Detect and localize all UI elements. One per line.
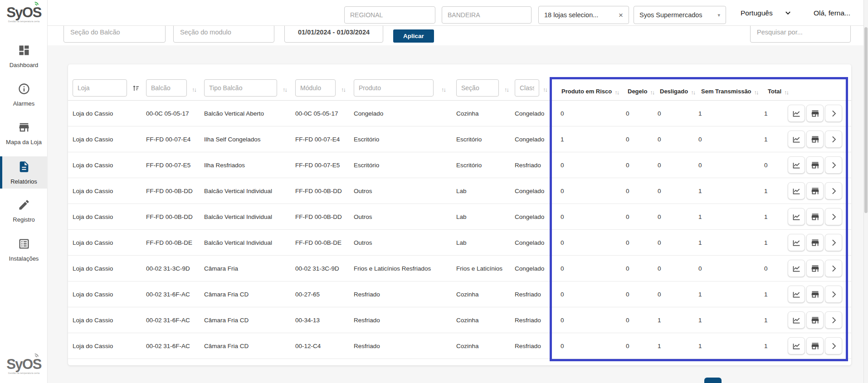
cell-loja: Loja do Cassio (73, 343, 113, 349)
cell-sem-transmissao: 1 (698, 239, 702, 246)
cell-modulo: 00-02 31-3C-9D (295, 265, 339, 272)
cell-total: 1 (764, 188, 768, 194)
row-chart-button[interactable] (788, 286, 805, 303)
row-store-button[interactable] (806, 105, 824, 122)
row-store-button[interactable] (806, 286, 824, 303)
column-header-desligado[interactable]: Desligado↑↓ (660, 88, 695, 96)
sort-arrows-icon[interactable]: ↑↓ (192, 86, 196, 93)
cell-produto: Escritório (354, 136, 379, 143)
column-filter-input-classe[interactable] (515, 79, 539, 97)
language-select[interactable]: Português (741, 0, 791, 26)
row-store-button[interactable] (806, 311, 824, 329)
storefront-icon (810, 212, 820, 222)
cell-degelo: 0 (626, 239, 629, 246)
column-filter-tipo_balcao (204, 79, 277, 97)
cell-degelo: 0 (626, 265, 629, 272)
row-store-button[interactable] (806, 337, 824, 354)
row-chart-button[interactable] (788, 131, 805, 148)
vertical-scrollbar[interactable] (863, 0, 868, 383)
cell-modulo: FF-FD 00-0B-DD (295, 188, 342, 194)
line-chart-icon (792, 135, 801, 144)
row-expand-button[interactable] (825, 234, 842, 251)
cell-tipo-balcao: Câmara Fria CD (204, 317, 249, 324)
sidebar-item-relatorios[interactable]: Relatórios (0, 156, 48, 189)
cell-balcao: FF-FD 00-0B-DD (146, 213, 193, 220)
row-store-button[interactable] (806, 260, 824, 277)
row-store-button[interactable] (806, 182, 824, 199)
column-filter-input-tipo_balcao[interactable] (204, 79, 277, 97)
row-chart-button[interactable] (788, 208, 805, 225)
row-expand-button[interactable] (825, 286, 842, 303)
chevron-right-icon (829, 186, 839, 196)
row-expand-button[interactable] (825, 182, 842, 199)
row-expand-button[interactable] (825, 105, 842, 122)
sidebar-item-registro[interactable]: Registro (0, 198, 48, 227)
column-filter-input-secao[interactable] (456, 79, 499, 97)
row-chart-button[interactable] (788, 156, 805, 174)
bandeira-input[interactable] (442, 6, 532, 24)
cell-sem-transmissao: 1 (698, 213, 702, 220)
chevron-right-icon (829, 315, 839, 325)
row-expand-button[interactable] (825, 156, 842, 174)
row-expand-button[interactable] (825, 337, 842, 354)
sort-arrows-icon[interactable]: ↑↓ (504, 86, 508, 93)
column-header-produto_em_risco[interactable]: Produto em Risco↑↓ (561, 88, 619, 96)
dashboard-icon (18, 44, 30, 58)
sort-arrows-icon[interactable]: ↑↓ (543, 86, 547, 93)
row-store-button[interactable] (806, 131, 824, 148)
row-chart-button[interactable] (788, 311, 805, 329)
row-expand-button[interactable] (825, 208, 842, 225)
row-store-button[interactable] (806, 156, 824, 174)
line-chart-icon (792, 109, 801, 118)
cell-modulo: FF-FD 00-0B-DD (295, 213, 342, 220)
pagination-page-button[interactable] (704, 378, 722, 383)
row-actions (788, 234, 842, 251)
pencil-icon (18, 199, 30, 213)
cell-degelo: 0 (626, 110, 629, 117)
column-filter-input-balcao[interactable] (146, 79, 187, 97)
row-chart-button[interactable] (788, 105, 805, 122)
chevron-right-icon (829, 290, 839, 299)
chevron-right-icon (829, 160, 839, 170)
regional-input[interactable] (344, 6, 435, 24)
row-expand-button[interactable] (825, 131, 842, 148)
column-header-total[interactable]: Total↑↓ (768, 88, 788, 96)
column-filter-input-loja[interactable] (73, 79, 127, 97)
cell-desligado: 0 (658, 239, 661, 246)
row-expand-button[interactable] (825, 311, 842, 329)
store-icon (18, 121, 30, 136)
cell-secao: Cozinha (456, 343, 479, 349)
cell-sem-transmissao: 1 (698, 291, 702, 298)
stores-selected-chip[interactable]: 18 lojas selecion... × (538, 6, 629, 24)
sidebar-item-dashboard[interactable]: Dashboard (0, 43, 48, 72)
top-header-bar: 18 lojas selecion... × Syos Supermercado… (48, 0, 868, 26)
column-filter-input-produto[interactable] (354, 79, 434, 97)
cell-produto: Outros (354, 188, 372, 194)
sort-arrows-icon[interactable]: ↑↓ (441, 86, 445, 93)
apply-button[interactable]: Aplicar (393, 29, 434, 43)
sidebar-item-alarmes[interactable]: Alarmes (0, 82, 48, 111)
sidebar-item-mapa-da-loja[interactable]: Mapa da Loja (0, 120, 48, 149)
row-chart-button[interactable] (788, 182, 805, 199)
sidebar-item-instalacoes[interactable]: Instalações (0, 237, 48, 266)
close-icon[interactable]: × (619, 11, 623, 19)
row-store-button[interactable] (806, 208, 824, 225)
column-filter-input-modulo[interactable] (295, 79, 336, 97)
sort-arrows-icon[interactable]: ↑↓ (283, 86, 287, 93)
row-store-button[interactable] (806, 234, 824, 251)
column-header-sem_transmissao[interactable]: Sem Transmissão↑↓ (701, 88, 758, 96)
sidebar: SyOS Gestão na temperatura certa Dashboa… (0, 0, 48, 383)
cell-loja: Loja do Cassio (73, 136, 113, 143)
row-chart-button[interactable] (788, 260, 805, 277)
row-expand-button[interactable] (825, 260, 842, 277)
chevron-right-icon (829, 264, 839, 273)
column-header-degelo[interactable]: Degelo↑↓ (628, 88, 654, 96)
row-chart-button[interactable] (788, 234, 805, 251)
sort-arrows-icon[interactable]: ↑↓ (341, 86, 345, 93)
row-chart-button[interactable] (788, 337, 805, 354)
sort-amount-icon[interactable] (132, 84, 140, 93)
cell-sem-transmissao: 0 (698, 162, 702, 169)
company-select[interactable]: Syos Supermercados ▾ (634, 6, 726, 24)
scrollbar-thumb[interactable] (864, 27, 868, 213)
cell-desligado: 0 (658, 136, 661, 143)
